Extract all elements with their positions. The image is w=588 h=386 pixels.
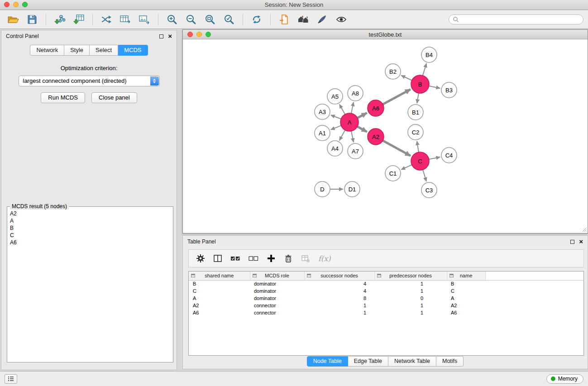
search-box[interactable]: [449, 14, 583, 24]
tab-motifs[interactable]: Motifs: [436, 356, 464, 367]
titlebar: Session: New Session: [0, 0, 588, 10]
zoom-network-window-button[interactable]: [206, 32, 211, 37]
export-image-button[interactable]: [136, 12, 153, 27]
refresh-layout-button[interactable]: [248, 12, 265, 27]
zoom-in-button[interactable]: [163, 12, 181, 27]
graph-node-C1[interactable]: C1: [385, 166, 401, 181]
function-builder-button[interactable]: f(x): [318, 254, 330, 263]
delete-column-button[interactable]: [284, 254, 293, 263]
node-table-body: Bdominator41BCdominator41CAdominator80AA…: [189, 280, 583, 316]
graph-node-A5[interactable]: A5: [327, 89, 343, 104]
import-network-from-file-button[interactable]: [51, 12, 68, 27]
graph-node-A[interactable]: A: [340, 113, 359, 131]
add-column-button[interactable]: [267, 254, 276, 263]
graph-node-B3[interactable]: B3: [441, 82, 457, 98]
mcds-result-item[interactable]: A6: [10, 239, 170, 246]
select-all-button[interactable]: [230, 254, 240, 263]
graph-node-label: A2: [372, 133, 379, 140]
memory-button[interactable]: Memory: [546, 374, 583, 384]
table-row[interactable]: Adominator80A: [189, 295, 583, 302]
zoom-window-button[interactable]: [22, 2, 28, 7]
graph-node-label: B1: [412, 109, 419, 116]
table-row[interactable]: A2connector11A2: [189, 302, 583, 309]
minimize-network-window-button[interactable]: [196, 32, 202, 37]
graph-node-A8[interactable]: A8: [348, 86, 363, 101]
graph-node-B4[interactable]: B4: [421, 47, 437, 62]
column-header-shared-name[interactable]: shared name: [189, 272, 250, 280]
home-button[interactable]: [295, 12, 312, 27]
close-network-window-button[interactable]: [187, 32, 193, 37]
node-table-header-row: shared nameMCDS rolesuccessor nodesprede…: [189, 272, 583, 280]
graph-node-B[interactable]: B: [411, 75, 429, 93]
resize-grip-icon[interactable]: [581, 226, 587, 232]
table-row[interactable]: A6connector11A6: [189, 309, 583, 316]
open-session-button[interactable]: [5, 12, 22, 27]
tab-select[interactable]: Select: [90, 45, 118, 56]
zoom-fit-button[interactable]: [201, 12, 219, 27]
criterion-dropdown[interactable]: largest connected component (directed): [19, 76, 160, 86]
save-icon: [27, 14, 38, 24]
tab-edge-table[interactable]: Edge Table: [348, 356, 388, 367]
graph-node-D[interactable]: D: [315, 181, 330, 197]
network-canvas[interactable]: B4B2BB3A8A5A6A3B1AC2A1A2A4A7C4CC1DD1C3: [183, 39, 588, 233]
graph-node-B1[interactable]: B1: [408, 105, 423, 120]
column-header-MCDS-role[interactable]: MCDS role: [250, 272, 304, 280]
graph-node-C2[interactable]: C2: [408, 124, 423, 140]
float-panel-icon[interactable]: [159, 34, 163, 38]
tab-style[interactable]: Style: [64, 45, 90, 56]
mcds-result-item[interactable]: C: [10, 232, 170, 239]
show-column-button[interactable]: [213, 254, 222, 263]
column-header-name[interactable]: name: [447, 272, 485, 280]
graph-node-A3[interactable]: A3: [315, 104, 330, 119]
search-input[interactable]: [461, 16, 579, 23]
graph-node-label: A7: [352, 148, 359, 155]
mcds-result-item[interactable]: B: [10, 224, 170, 232]
graph-node-A6[interactable]: A6: [368, 100, 384, 116]
graph-node-D1[interactable]: D1: [344, 181, 360, 197]
mcds-result-item[interactable]: A2: [10, 210, 170, 217]
run-mcds-button[interactable]: Run MCDS: [41, 92, 85, 103]
table-row[interactable]: Cdominator41C: [189, 287, 583, 295]
zoom-out-button[interactable]: [182, 12, 200, 27]
graph-node-B2[interactable]: B2: [385, 64, 401, 79]
close-window-button[interactable]: [4, 2, 10, 7]
save-session-button[interactable]: [24, 12, 41, 27]
graph-node-C[interactable]: C: [411, 152, 429, 170]
open-recent-button[interactable]: [276, 12, 293, 27]
graph-node-C3[interactable]: C3: [421, 182, 437, 198]
new-network-button[interactable]: [98, 12, 115, 27]
tab-node-table[interactable]: Node Table: [307, 356, 348, 367]
status-bar: Memory: [0, 371, 588, 386]
column-type-icon: [253, 274, 257, 277]
graph-node-A7[interactable]: A7: [348, 143, 363, 159]
column-header-predecessor-nodes[interactable]: predecessor nodes: [374, 272, 447, 280]
new-table-button[interactable]: [117, 12, 134, 27]
graph-node-A1[interactable]: A1: [315, 125, 330, 141]
mcds-result-item[interactable]: A: [10, 217, 170, 224]
close-panel-icon[interactable]: ×: [168, 34, 172, 38]
graph-node-C4[interactable]: C4: [441, 148, 457, 163]
style-brush-button[interactable]: [314, 12, 331, 27]
zoom-selected-button[interactable]: [220, 12, 238, 27]
brush-icon: [317, 14, 328, 24]
tab-mcds[interactable]: MCDS: [118, 45, 148, 56]
tab-network-table[interactable]: Network Table: [388, 356, 436, 367]
float-table-panel-icon[interactable]: [570, 240, 574, 244]
column-settings-button[interactable]: [196, 254, 205, 263]
deselect-all-button[interactable]: [249, 254, 258, 263]
table-row[interactable]: Bdominator41B: [189, 280, 583, 287]
import-table-from-file-button[interactable]: [70, 12, 87, 27]
mcds-result-title: MCDS result (5 nodes): [10, 203, 69, 210]
delete-table-button[interactable]: [301, 254, 310, 263]
close-table-panel-icon[interactable]: ×: [579, 239, 583, 244]
close-panel-button[interactable]: Close panel: [91, 92, 137, 103]
graph-node-A4[interactable]: A4: [327, 141, 343, 156]
tab-network[interactable]: Network: [30, 45, 64, 56]
show-hide-graphics-button[interactable]: [333, 12, 350, 27]
graph-node-A2[interactable]: A2: [368, 129, 384, 145]
column-header-successor-nodes[interactable]: successor nodes: [304, 272, 374, 280]
show-panels-button[interactable]: [5, 374, 17, 384]
list-icon: [8, 376, 14, 381]
minimize-window-button[interactable]: [13, 2, 19, 7]
shuffle-arrows-icon: [100, 14, 112, 24]
